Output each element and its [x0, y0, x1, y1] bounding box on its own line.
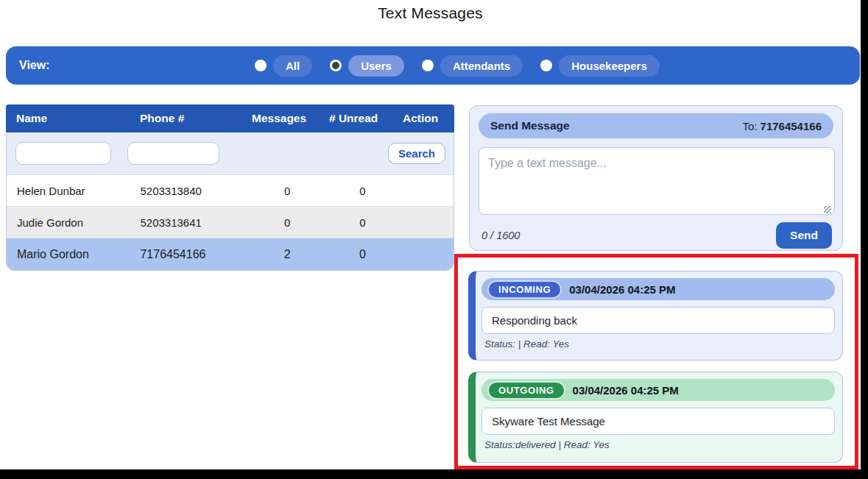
- cell-phone: 5203313641: [130, 216, 248, 229]
- incoming-status-line: Status: | Read: Yes: [484, 338, 842, 350]
- send-to-field: To: 7176454166: [742, 120, 822, 132]
- view-label: View:: [19, 59, 50, 72]
- view-option-all-label[interactable]: All: [273, 55, 312, 77]
- cell-unread: 0: [326, 185, 400, 197]
- outgoing-message-header: OUTGOING 03/04/2026 04:25 PM: [481, 379, 835, 401]
- view-radio-group: All Users Attendants Housekeepers: [255, 55, 660, 77]
- view-toolbar: View: All Users Attendants Housekeepers: [6, 46, 860, 85]
- message-textarea[interactable]: [479, 147, 835, 215]
- send-to-label: To:: [742, 120, 757, 132]
- char-counter: 0 / 1600: [481, 230, 520, 241]
- column-header-messages: Messages: [249, 112, 326, 125]
- window-frame-right: [861, 0, 868, 479]
- table-row-helen-dunbar[interactable]: Helen Dunbar 5203313840 0 0: [7, 174, 454, 206]
- radio-icon-attendants[interactable]: [422, 60, 434, 71]
- column-header-name: Name: [6, 112, 130, 125]
- search-button[interactable]: Search: [388, 143, 445, 164]
- column-header-action: Action: [400, 112, 454, 125]
- send-to-number: 7176454166: [761, 120, 822, 132]
- name-filter-input[interactable]: [15, 142, 111, 165]
- incoming-badge: INCOMING: [487, 280, 562, 299]
- view-option-all[interactable]: All: [255, 55, 312, 77]
- contacts-table: Name Phone # Messages # Unread Action Se…: [6, 105, 454, 271]
- radio-icon-all[interactable]: [255, 60, 267, 71]
- outgoing-badge: OUTGOING: [487, 381, 565, 400]
- radio-icon-users-selected[interactable]: [330, 60, 342, 71]
- send-message-title: Send Message: [490, 119, 570, 132]
- table-header-row: Name Phone # Messages # Unread Action: [6, 104, 454, 132]
- view-option-users[interactable]: Users: [330, 55, 404, 77]
- send-button[interactable]: Send: [776, 222, 832, 249]
- view-option-attendants[interactable]: Attendants: [422, 55, 523, 77]
- phone-filter-input[interactable]: [127, 142, 219, 165]
- cell-phone: 5203313840: [130, 185, 248, 197]
- message-textarea-wrap: [479, 147, 833, 218]
- send-message-panel: Send Message To: 7176454166 0 / 1600 Sen…: [469, 105, 843, 251]
- incoming-timestamp: 03/04/2026 04:25 PM: [569, 283, 675, 296]
- incoming-message-card: INCOMING 03/04/2026 04:25 PM Responding …: [468, 271, 843, 361]
- outgoing-message-card: OUTGOING 03/04/2026 04:25 PM Skyware Tes…: [468, 372, 843, 463]
- cell-name: Judie Gordon: [7, 216, 130, 229]
- cell-unread: 0: [326, 216, 400, 229]
- outgoing-message-text: Skyware Test Message: [481, 408, 835, 435]
- window-frame-bottom: [0, 469, 868, 479]
- table-row-mario-gordon-selected[interactable]: Mario Gordon 7176454166 2 0: [7, 238, 454, 270]
- view-option-users-label[interactable]: Users: [348, 55, 404, 77]
- view-option-housekeepers[interactable]: Housekeepers: [540, 55, 660, 77]
- cell-name: Helen Dunbar: [7, 185, 130, 197]
- view-option-housekeepers-label[interactable]: Housekeepers: [559, 55, 660, 77]
- send-message-header: Send Message To: 7176454166: [479, 113, 833, 138]
- radio-icon-housekeepers[interactable]: [540, 60, 552, 71]
- resize-grip-icon[interactable]: [824, 206, 831, 213]
- cell-phone: 7176454166: [130, 248, 248, 261]
- incoming-message-text: Responding back: [481, 307, 835, 334]
- page: Text Messages View: All Users Attendants…: [0, 0, 868, 479]
- table-row-judie-gordon[interactable]: Judie Gordon 5203313641 0 0: [7, 206, 454, 238]
- outgoing-timestamp: 03/04/2026 04:25 PM: [573, 384, 679, 397]
- cell-name: Mario Gordon: [7, 248, 130, 261]
- view-option-attendants-label[interactable]: Attendants: [440, 55, 523, 77]
- cell-messages: 2: [249, 248, 326, 261]
- column-header-phone: Phone #: [130, 112, 249, 125]
- outgoing-status-line: Status:delivered | Read: Yes: [484, 439, 842, 450]
- cell-unread: 0: [326, 248, 400, 261]
- incoming-message-header: INCOMING 03/04/2026 04:25 PM: [481, 278, 835, 300]
- cell-messages: 0: [249, 185, 326, 197]
- cell-messages: 0: [249, 216, 326, 229]
- send-footer: 0 / 1600 Send: [481, 222, 832, 249]
- page-title: Text Messages: [0, 4, 861, 22]
- table-filter-row: Search: [7, 132, 454, 174]
- column-header-unread: # Unread: [326, 112, 400, 125]
